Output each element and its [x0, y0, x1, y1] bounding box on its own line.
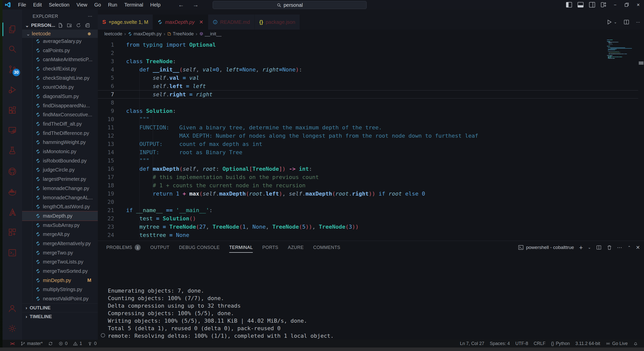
section-timeline[interactable]: ›TIMELINE [22, 312, 98, 321]
file-item-findDisappearedNu[interactable]: findDisappearedNu... [22, 101, 98, 110]
breadcrumb-item-leetcode[interactable]: leetcode [104, 31, 122, 37]
file-item-multiplyStringspy[interactable]: multiplyStrings.py [22, 285, 98, 294]
activity-source-control-icon[interactable]: 30 [3, 61, 22, 78]
toggle-secondary-sidebar-icon[interactable] [586, 0, 598, 10]
menu-file[interactable]: File [15, 2, 30, 8]
menu-go[interactable]: Go [91, 2, 105, 8]
file-item-lemonadeChangepy[interactable]: lemonadeChange.py [22, 184, 98, 193]
statusbar-golive-icon[interactable]: Go Live [606, 341, 628, 346]
command-center-search[interactable]: personal [213, 1, 367, 9]
activity-azure-icon[interactable] [3, 204, 22, 220]
new-file-icon[interactable] [58, 23, 63, 28]
file-item-mergeAltpy[interactable]: mergeAlt.py [22, 230, 98, 239]
statusbar-braces-small-icon[interactable]: {}Python [551, 341, 570, 346]
statusbar-3-11-2-64-bit[interactable]: 3.11.2 64-bit [575, 341, 600, 346]
file-item-checkStraightLinepy[interactable]: checkStraightLine.py [22, 73, 98, 83]
collapse-all-icon[interactable] [85, 23, 90, 28]
breadcrumb-item-init[interactable]: __init__ [199, 31, 222, 37]
file-item-mergeTwopy[interactable]: mergeTwo.py [22, 248, 98, 257]
activity-settings-gear-icon[interactable] [3, 320, 22, 337]
nav-back-icon[interactable]: ← [178, 1, 184, 8]
file-item-findMaxConsecutive[interactable]: findMaxConsecutive... [22, 110, 98, 120]
file-item-canMakeArithmeticP[interactable]: canMakeArithmeticP... [22, 55, 98, 64]
menu-edit[interactable]: Edit [30, 2, 45, 8]
statusbar-bell-icon[interactable] [633, 341, 638, 346]
statusbar-spaces-4[interactable]: Spaces: 4 [490, 341, 510, 346]
panel-more-actions-icon[interactable]: ⋯ [617, 244, 623, 250]
toggle-sidebar-icon[interactable] [563, 0, 575, 10]
statusbar-broadcast-icon[interactable]: 0 [88, 341, 97, 346]
file-item-minDepthpy[interactable]: minDepth.pyM [22, 276, 98, 285]
panel-tab-debug-console[interactable]: DEBUG CONSOLE [179, 241, 220, 254]
file-item-mergeTwoListspy[interactable]: mergeTwoLists.py [22, 257, 98, 267]
run-python-button[interactable]: ⌄ [606, 19, 617, 25]
statusbar-utf-8[interactable]: UTF-8 [515, 341, 528, 346]
restore-icon[interactable] [621, 0, 632, 10]
code-editor[interactable]: 1from typing import Optional23class Tree… [98, 38, 644, 241]
customize-layout-icon[interactable] [598, 0, 609, 10]
menu-view[interactable]: View [73, 2, 91, 8]
more-actions-icon[interactable]: ⋯ [636, 20, 640, 25]
panel-tab-problems[interactable]: PROBLEMS1 [106, 241, 141, 254]
statusbar-ln-7-col-27[interactable]: Ln 7, Col 27 [460, 341, 484, 346]
refresh-icon[interactable] [76, 23, 81, 28]
workspace-section-header[interactable]: ⌄ PERSON... [22, 21, 98, 30]
close-panel-icon[interactable]: ✕ [636, 244, 640, 250]
file-item-maxSubArraypy[interactable]: maxSubArray.py [22, 221, 98, 230]
file-item-checkIfExistpy[interactable]: checkIfExist.py [22, 64, 98, 73]
activity-containers-icon[interactable] [3, 224, 22, 240]
terminal-dropdown-chevron-icon[interactable]: ⌄ [588, 245, 591, 250]
activity-files-icon[interactable] [3, 21, 22, 38]
file-item-nearestValidPointpy[interactable]: nearestValidPoint.py [22, 294, 98, 303]
file-item-isRobotBoundedpy[interactable]: isRobotBounded.py [22, 156, 98, 165]
activity-github-icon[interactable] [3, 163, 22, 180]
tab-pagesvelte[interactable]: S+page.svelte 1, M [98, 15, 153, 30]
panel-tab-terminal[interactable]: TERMINAL [229, 241, 253, 254]
explorer-more-actions-icon[interactable]: ⋯ [88, 14, 93, 19]
editor-scrollbar[interactable] [638, 38, 644, 241]
file-item-lemonadeChangeAL[interactable]: lemonadeChangeAL... [22, 193, 98, 202]
file-item-lengthOfLastWordpy[interactable]: lengthOfLastWord.py [22, 202, 98, 211]
file-item-calPointspy[interactable]: calPoints.py [22, 46, 98, 55]
file-item-mergeAlternativelypy[interactable]: mergeAlternatively.py [22, 239, 98, 248]
kill-terminal-trash-icon[interactable] [607, 245, 612, 250]
activity-search-icon[interactable] [3, 41, 22, 57]
close-tab-icon[interactable]: ✕ [199, 19, 203, 25]
menu-help[interactable]: Help [147, 2, 164, 8]
split-terminal-icon[interactable] [596, 245, 602, 250]
activity-docker-icon[interactable] [3, 184, 22, 200]
terminal-instance[interactable]: powershell - cobalttrue [518, 245, 574, 250]
section-outline[interactable]: ›OUTLINE [22, 303, 98, 312]
menu-selection[interactable]: Selection [45, 2, 73, 8]
maximize-panel-chevron-icon[interactable]: ⌃ [628, 245, 631, 250]
panel-tab-azure[interactable]: AZURE [288, 241, 304, 254]
breadcrumb-item-TreeNode[interactable]: TreeNode [167, 31, 194, 37]
activity-extensions-icon[interactable] [3, 102, 22, 119]
remote-indicator[interactable]: >< [10, 341, 14, 346]
new-folder-icon[interactable] [67, 23, 72, 28]
file-item-hammingWeightpy[interactable]: hammingWeight.py [22, 138, 98, 147]
scrollbar-thumb[interactable] [639, 61, 643, 65]
statusbar-branch-icon[interactable]: master* [21, 341, 43, 346]
file-item-maxDepthpy[interactable]: maxDepth.py [22, 211, 98, 221]
tab-READMEmd[interactable]: README.md [208, 15, 255, 30]
activity-run-debug-icon[interactable] [3, 81, 22, 98]
run-dropdown-chevron-icon[interactable]: ⌄ [614, 20, 617, 24]
tab-maxDepthpy[interactable]: maxDepth.py✕ [153, 15, 208, 30]
panel-tab-ports[interactable]: PORTS [262, 241, 278, 254]
menu-run[interactable]: Run [105, 2, 121, 8]
file-item-countOddspy[interactable]: countOdds.py [22, 82, 98, 92]
split-editor-icon[interactable] [623, 19, 629, 25]
panel-tab-output[interactable]: OUTPUT [150, 241, 169, 254]
menu-terminal[interactable]: Terminal [121, 2, 147, 8]
terminal-output[interactable]: Enumerating objects: 7, done.Counting ob… [108, 265, 639, 340]
minimap[interactable] [607, 40, 638, 238]
tab-packagejson[interactable]: {}package.json [255, 15, 300, 30]
activity-testing-icon[interactable] [3, 142, 22, 159]
minimize-icon[interactable]: – [609, 0, 621, 10]
toggle-panel-icon[interactable] [575, 0, 586, 10]
file-item-isMonotonicpy[interactable]: isMonotonic.py [22, 147, 98, 156]
statusbar-sync-icon[interactable] [48, 341, 53, 346]
statusbar-warning-icon[interactable]: 1 [73, 341, 82, 346]
nav-forward-icon[interactable]: → [193, 1, 199, 8]
